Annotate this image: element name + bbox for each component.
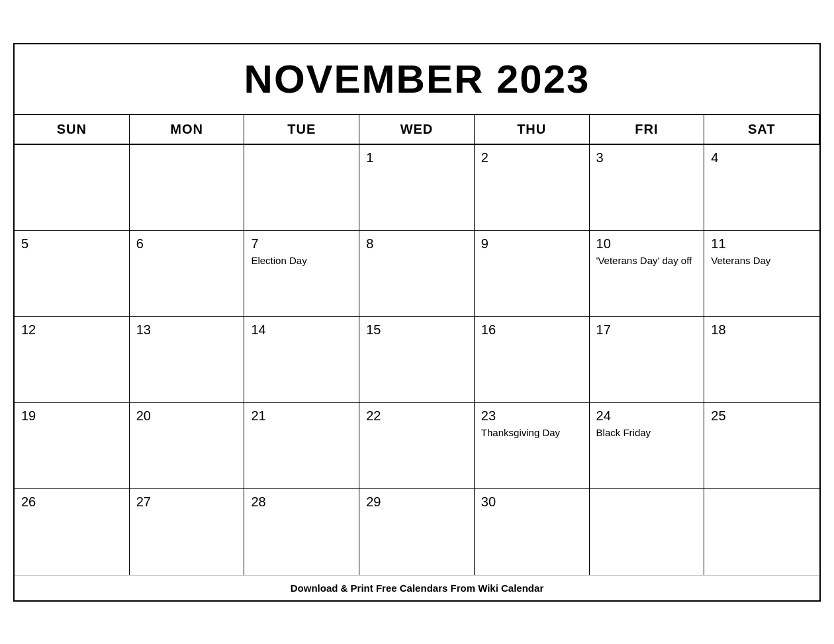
day-cell: 2 — [475, 145, 590, 231]
day-number: 24 — [596, 408, 698, 424]
day-cell: 11Veterans Day — [704, 231, 819, 317]
day-header-wed: WED — [359, 115, 475, 145]
day-cell: 29 — [359, 489, 475, 575]
day-number: 15 — [366, 322, 467, 338]
day-cell: 10'Veterans Day' day off — [590, 231, 705, 317]
footer-text: Download & Print Free Calendars From — [291, 582, 478, 594]
day-cell: 17 — [590, 317, 705, 403]
day-cell — [244, 145, 359, 231]
day-cell: 12 — [15, 317, 130, 403]
day-number: 1 — [366, 150, 467, 165]
day-cell: 24Black Friday — [590, 403, 705, 489]
day-cell: 5 — [15, 231, 130, 317]
day-number: 28 — [251, 494, 352, 510]
day-cell: 3 — [590, 145, 705, 231]
day-header-sat: SAT — [704, 115, 819, 145]
day-number: 17 — [596, 322, 698, 338]
day-cell: 16 — [475, 317, 590, 403]
calendar-grid: SUNMONTUEWEDTHUFRISAT1234567Election Day… — [15, 115, 819, 575]
day-number: 3 — [596, 150, 698, 165]
day-header-mon: MON — [130, 115, 245, 145]
day-cell: 4 — [704, 145, 819, 231]
day-cell: 27 — [130, 489, 245, 575]
day-event: Election Day — [251, 255, 306, 266]
day-number: 13 — [136, 322, 238, 338]
day-number: 29 — [366, 494, 467, 510]
calendar-footer: Download & Print Free Calendars From Wik… — [15, 575, 819, 600]
day-cell: 26 — [15, 489, 130, 575]
day-number: 22 — [366, 408, 467, 424]
day-cell: 1 — [359, 145, 475, 231]
day-cell — [590, 489, 705, 575]
day-number: 2 — [481, 150, 582, 165]
day-cell: 21 — [244, 403, 359, 489]
day-cell: 14 — [244, 317, 359, 403]
day-number: 14 — [251, 322, 352, 338]
calendar-title: NOVEMBER 2023 — [15, 44, 819, 115]
day-number: 9 — [481, 236, 582, 252]
day-number: 5 — [21, 236, 122, 252]
day-cell: 28 — [244, 489, 359, 575]
day-cell: 15 — [359, 317, 475, 403]
day-cell: 25 — [704, 403, 819, 489]
day-cell: 22 — [359, 403, 475, 489]
day-cell: 6 — [130, 231, 245, 317]
day-cell: 8 — [359, 231, 475, 317]
day-cell — [130, 145, 245, 231]
day-number: 8 — [366, 236, 467, 252]
day-header-tue: TUE — [244, 115, 359, 145]
day-event: Black Friday — [596, 427, 651, 438]
day-cell: 20 — [130, 403, 245, 489]
day-number: 25 — [711, 408, 813, 424]
day-cell: 9 — [475, 231, 590, 317]
day-event: Veterans Day — [711, 255, 770, 266]
day-number: 26 — [21, 494, 122, 510]
day-number: 6 — [136, 236, 238, 252]
day-number: 20 — [136, 408, 238, 424]
day-number: 16 — [481, 322, 582, 338]
day-event: Thanksgiving Day — [481, 427, 560, 438]
day-number: 10 — [596, 236, 698, 252]
day-number: 23 — [481, 408, 582, 424]
day-number: 12 — [21, 322, 122, 338]
day-number: 18 — [711, 322, 813, 338]
day-number: 27 — [136, 494, 238, 510]
calendar-container: NOVEMBER 2023 SUNMONTUEWEDTHUFRISAT12345… — [13, 43, 821, 602]
footer-brand: Wiki Calendar — [478, 582, 543, 594]
day-header-fri: FRI — [590, 115, 705, 145]
day-number: 4 — [711, 150, 813, 165]
day-cell: 18 — [704, 317, 819, 403]
day-cell — [15, 145, 130, 231]
day-cell: 30 — [475, 489, 590, 575]
day-number: 21 — [251, 408, 352, 424]
day-number: 30 — [481, 494, 582, 510]
day-cell: 19 — [15, 403, 130, 489]
day-cell — [704, 489, 819, 575]
day-number: 7 — [251, 236, 352, 252]
day-cell: 23Thanksgiving Day — [475, 403, 590, 489]
day-cell: 13 — [130, 317, 245, 403]
day-number: 11 — [711, 236, 813, 252]
day-number: 19 — [21, 408, 122, 424]
day-cell: 7Election Day — [244, 231, 359, 317]
day-event: 'Veterans Day' day off — [596, 255, 692, 266]
day-header-sun: SUN — [15, 115, 130, 145]
day-header-thu: THU — [475, 115, 590, 145]
